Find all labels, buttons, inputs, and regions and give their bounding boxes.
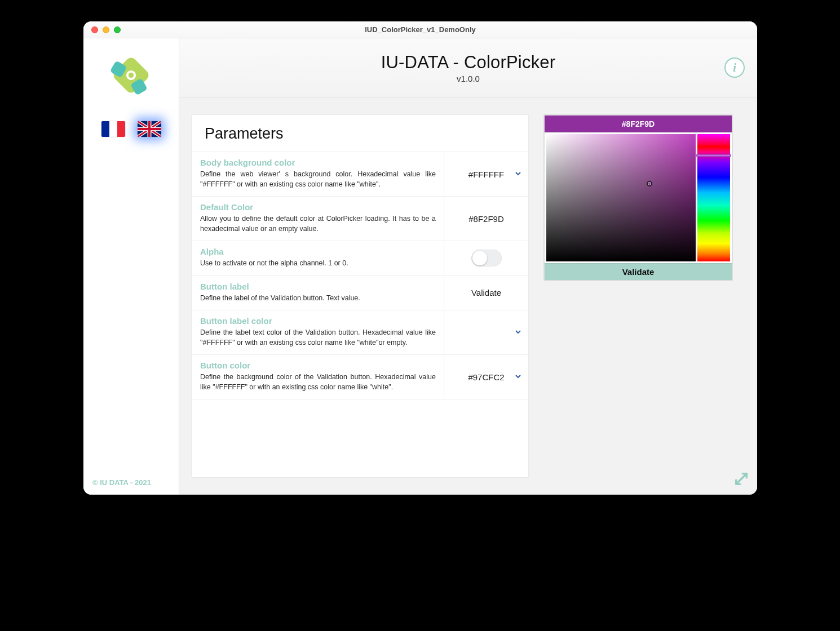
window-controls — [91, 26, 121, 33]
panel-title: Parameters — [192, 115, 528, 152]
param-desc: Define the background color of the Valid… — [200, 372, 436, 392]
param-value-cell[interactable] — [444, 241, 528, 275]
parameters-panel: Parameters Body background colorDefine t… — [192, 114, 529, 478]
chevron-down-icon[interactable] — [515, 170, 521, 179]
close-icon[interactable] — [91, 26, 98, 33]
copyright-label: © IU DATA - 2021 — [92, 478, 151, 487]
saturation-value-area[interactable] — [546, 134, 696, 261]
content: Parameters Body background colorDefine t… — [179, 97, 757, 495]
param-title: Button label — [200, 282, 436, 291]
picker-hex-label: #8F2F9D — [545, 115, 732, 132]
param-value-cell[interactable] — [444, 310, 528, 354]
param-desc: Define the label text color of the Valid… — [200, 328, 436, 348]
param-desc: Use to activate or not the alpha channel… — [200, 259, 436, 269]
info-button[interactable]: i — [724, 57, 745, 78]
param-value-cell[interactable]: Validate — [444, 276, 528, 310]
param-row: Button labelDefine the label of the Vali… — [192, 276, 528, 311]
param-value-cell[interactable]: #FFFFFF — [444, 152, 528, 196]
main-area: IU-DATA - ColorPicker v1.0.0 i Parameter… — [179, 38, 757, 495]
param-row: Button colorDefine the background color … — [192, 355, 528, 399]
language-switcher — [83, 121, 179, 137]
param-title: Alpha — [200, 247, 436, 256]
app-header: IU-DATA - ColorPicker v1.0.0 i — [179, 38, 757, 97]
window-title: IUD_ColorPicker_v1_DemoOnly — [83, 25, 757, 34]
param-desc: Define the label of the Validation butto… — [200, 294, 436, 304]
param-desc: Define the web viewer' s background colo… — [200, 170, 436, 189]
param-title: Button color — [200, 361, 436, 370]
flag-fr-icon[interactable] — [101, 121, 125, 137]
chevron-down-icon[interactable] — [515, 328, 521, 337]
app-version: v1.0.0 — [381, 74, 556, 83]
param-value: #FFFFFF — [468, 170, 504, 179]
param-row: Button label colorDefine the label text … — [192, 310, 528, 355]
param-title: Button label color — [200, 316, 436, 326]
color-picker: #8F2F9D Validate — [543, 114, 733, 281]
app-body: © IU DATA - 2021 IU-DATA - ColorPicker v… — [83, 38, 757, 495]
param-value-cell[interactable]: #8F2F9D — [444, 197, 528, 241]
logo-icon — [104, 48, 158, 104]
hue-slider[interactable] — [697, 134, 730, 261]
toggle-knob-icon — [472, 251, 487, 265]
alpha-toggle[interactable] — [471, 250, 502, 266]
hue-marker-icon[interactable] — [696, 154, 731, 157]
chevron-down-icon[interactable] — [515, 372, 521, 381]
param-title: Default Color — [200, 202, 436, 212]
param-value: Validate — [471, 288, 501, 297]
picker-body — [545, 132, 732, 263]
fullscreen-icon[interactable] — [114, 26, 121, 33]
param-row: Default ColorAllow you to define the def… — [192, 197, 528, 241]
validate-button[interactable]: Validate — [545, 263, 732, 280]
param-desc: Allow you to define the default color at… — [200, 214, 436, 234]
app-title: IU-DATA - ColorPicker — [381, 52, 556, 73]
minimize-icon[interactable] — [103, 26, 109, 33]
sidebar: © IU DATA - 2021 — [83, 38, 179, 495]
param-value-cell[interactable]: #97CFC2 — [444, 355, 528, 399]
param-row: AlphaUse to activate or not the alpha ch… — [192, 241, 528, 276]
resize-icon[interactable] — [733, 471, 749, 489]
titlebar: IUD_ColorPicker_v1_DemoOnly — [83, 21, 757, 38]
svg-rect-9 — [138, 128, 161, 130]
param-title: Body background color — [200, 158, 436, 167]
logo — [83, 38, 179, 114]
sv-cursor-icon[interactable] — [647, 181, 652, 186]
param-row: Body background colorDefine the web view… — [192, 152, 528, 197]
flag-uk-icon[interactable] — [138, 121, 161, 137]
info-icon: i — [733, 60, 736, 75]
param-value: #97CFC2 — [468, 372, 504, 382]
param-value: #8F2F9D — [468, 214, 504, 224]
app-window: IUD_ColorPicker_v1_DemoOnly — [83, 21, 757, 495]
